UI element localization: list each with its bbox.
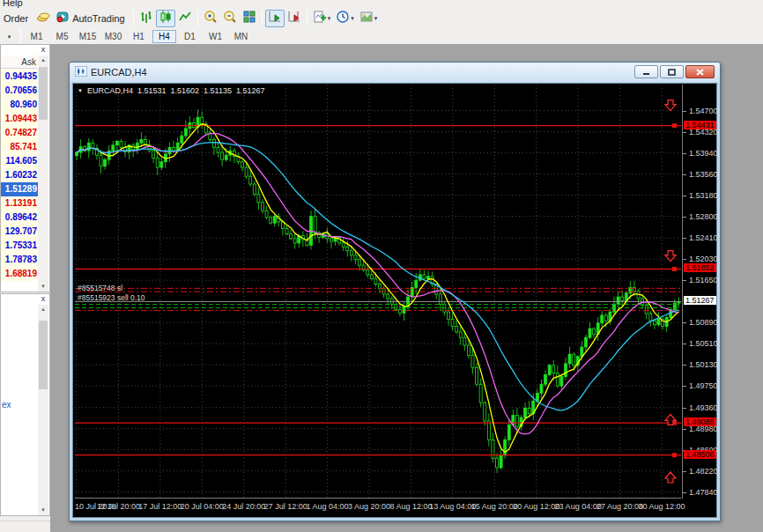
timeframe-button-h4[interactable]: H4 bbox=[152, 30, 176, 43]
timeframe-button-m5[interactable]: M5 bbox=[50, 30, 74, 43]
market-watch-row[interactable]: 85.741 bbox=[1, 140, 39, 154]
menu-help[interactable]: Help bbox=[3, 0, 23, 8]
candle-body bbox=[87, 143, 90, 151]
market-watch-row[interactable]: 1.13191 bbox=[1, 196, 39, 211]
alert-arrow-down[interactable] bbox=[665, 100, 676, 111]
scroll-down-icon[interactable]: ▼ bbox=[38, 282, 48, 292]
chart-area[interactable]: #85515748 sl#85515923 sell 0.10 ▼ EURCAD… bbox=[72, 83, 717, 518]
market-watch-row[interactable]: 80.960 bbox=[1, 98, 39, 112]
chart-window-titlebar[interactable]: EURCAD,H4 bbox=[70, 63, 720, 82]
candlestick-chart-button[interactable] bbox=[156, 10, 175, 27]
market-watch-row[interactable]: 1.78783 bbox=[1, 253, 39, 267]
tile-windows-button[interactable] bbox=[240, 10, 259, 27]
indicators-icon bbox=[313, 10, 327, 27]
candle-body bbox=[459, 332, 462, 337]
scroll-down-icon[interactable]: ▼ bbox=[38, 506, 48, 515]
candle-body bbox=[427, 277, 430, 279]
periods-button[interactable]: ▾ bbox=[333, 10, 357, 27]
time-tick-label: 23 Aug 04:00 bbox=[555, 502, 602, 511]
alert-arrow-down[interactable] bbox=[665, 251, 676, 262]
market-watch-row[interactable]: 0.94435 bbox=[1, 70, 39, 84]
toolbar-separator bbox=[262, 11, 263, 26]
candle-body bbox=[456, 327, 458, 332]
market-watch-row[interactable]: 114.605 bbox=[1, 154, 39, 168]
candle-body bbox=[476, 367, 478, 384]
price-tick-label: 1.47840 bbox=[689, 488, 718, 497]
coins-button[interactable] bbox=[33, 10, 53, 27]
market-watch-row[interactable]: 1.09443 bbox=[1, 112, 39, 126]
candle-body bbox=[540, 384, 543, 393]
timeframe-button-m1[interactable]: M1 bbox=[25, 30, 48, 43]
navigator-scrollbar[interactable]: ▲ ▼ bbox=[38, 305, 48, 515]
bar-chart-icon bbox=[139, 10, 153, 27]
market-watch-row[interactable]: 0.74827 bbox=[1, 126, 39, 140]
scroll-up-icon[interactable]: ▲ bbox=[38, 55, 48, 65]
market-watch-row[interactable]: 129.707 bbox=[1, 225, 39, 239]
level-handle[interactable] bbox=[672, 453, 677, 457]
market-watch-row[interactable]: 0.70656 bbox=[1, 84, 39, 98]
chart-shift-button[interactable] bbox=[285, 10, 304, 27]
candle-body bbox=[423, 275, 426, 278]
collapse-icon[interactable]: ▼ bbox=[78, 88, 83, 95]
toolbar-separator bbox=[197, 11, 198, 26]
candle-body bbox=[370, 275, 373, 278]
scroll-thumb[interactable] bbox=[39, 321, 48, 389]
price-tick-label: 1.52800 bbox=[689, 212, 718, 221]
price-tick-mark bbox=[683, 344, 686, 344]
price-tick-mark bbox=[683, 386, 686, 387]
templates-button[interactable]: ▾ bbox=[357, 10, 381, 27]
market-watch-row[interactable]: 0.89642 bbox=[1, 211, 39, 225]
market-watch-scrollbar[interactable]: ▲ ▼ bbox=[38, 55, 48, 292]
candle-body bbox=[415, 280, 418, 287]
timeframe-button-mn[interactable]: MN bbox=[229, 30, 253, 43]
scroll-thumb[interactable] bbox=[39, 67, 48, 120]
close-button[interactable] bbox=[685, 65, 715, 78]
timeframe-button-w1[interactable]: W1 bbox=[204, 30, 227, 43]
menu-bar: Help bbox=[0, 0, 763, 8]
timeframe-button-m15[interactable]: M15 bbox=[76, 30, 100, 43]
price-tick-mark bbox=[683, 322, 686, 323]
market-watch-row[interactable]: 1.68819 bbox=[1, 267, 39, 281]
chart-plot[interactable] bbox=[75, 85, 681, 498]
mdi-workspace: EURCAD,H4 #85515748 sl#85515923 sell 0.1… bbox=[50, 44, 763, 532]
navigator-panel: x ex ▲ ▼ bbox=[0, 293, 50, 516]
candle-body bbox=[257, 194, 260, 202]
timeframe-button-h1[interactable]: H1 bbox=[127, 30, 151, 43]
candle-body bbox=[152, 151, 155, 158]
price-tick-label: 1.54700 bbox=[689, 107, 718, 115]
new-order-button[interactable]: Order bbox=[0, 10, 33, 27]
level-handle[interactable] bbox=[672, 123, 677, 128]
truncated-link-text[interactable]: ex bbox=[2, 400, 11, 410]
auto-scroll-button[interactable] bbox=[265, 10, 285, 27]
time-tick-label: 24 Jul 20:00 bbox=[222, 502, 265, 511]
candle-body bbox=[536, 393, 538, 401]
ask-column-header[interactable]: Ask bbox=[1, 55, 39, 69]
candle-body bbox=[156, 158, 159, 167]
timeframe-button-m30[interactable]: M30 bbox=[101, 30, 125, 43]
close-icon[interactable]: x bbox=[39, 294, 48, 303]
timeframe-button-d1[interactable]: D1 bbox=[178, 30, 202, 43]
candle-body bbox=[265, 211, 268, 218]
candle-body bbox=[398, 310, 401, 314]
bar-chart-button[interactable] bbox=[137, 10, 156, 27]
maximize-button[interactable] bbox=[660, 65, 684, 78]
level-handle[interactable] bbox=[672, 267, 677, 271]
zoom-out-button[interactable] bbox=[220, 10, 240, 27]
chart-list-dropdown[interactable]: ▾ bbox=[0, 30, 18, 43]
scroll-up-icon[interactable]: ▲ bbox=[38, 305, 48, 314]
autotrading-button[interactable]: AutoTrading bbox=[53, 10, 130, 27]
close-icon[interactable]: x bbox=[39, 45, 48, 54]
time-axis[interactable]: 10 Jul 201812 Jul 20:0017 Jul 12:0020 Ju… bbox=[75, 498, 681, 514]
indicators-button[interactable]: ▾ bbox=[310, 10, 334, 27]
price-axis[interactable]: 1.547001.543201.539401.535601.531801.528… bbox=[682, 85, 717, 499]
market-watch-row[interactable]: 1.51289 bbox=[1, 182, 39, 196]
candle-body bbox=[484, 403, 486, 421]
alert-arrow-up[interactable] bbox=[665, 472, 676, 483]
candle-body bbox=[350, 251, 352, 255]
minimize-button[interactable] bbox=[634, 65, 658, 78]
market-watch-row[interactable]: 1.60232 bbox=[1, 168, 39, 182]
zoom-in-button[interactable] bbox=[201, 10, 220, 27]
market-watch-row[interactable]: 1.75331 bbox=[1, 239, 39, 253]
line-chart-button[interactable] bbox=[175, 10, 195, 27]
toolbar-separator bbox=[133, 11, 134, 26]
